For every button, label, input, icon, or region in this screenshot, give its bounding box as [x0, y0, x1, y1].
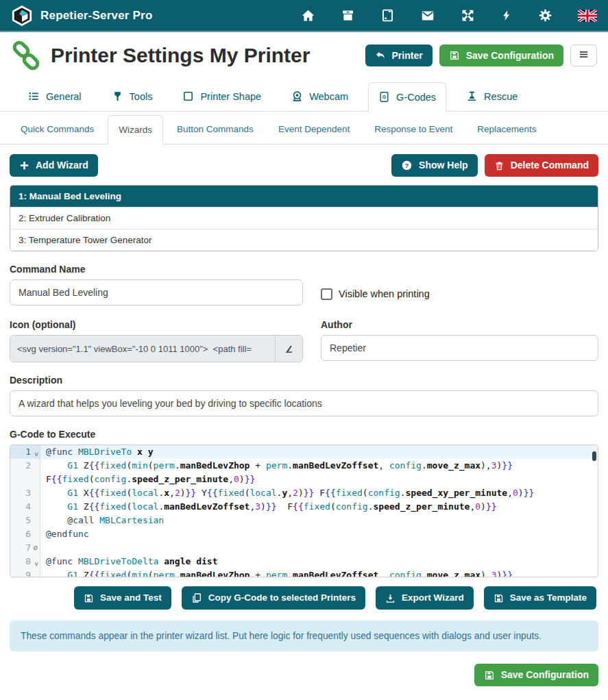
tab-label: Tools — [130, 91, 153, 102]
command-name-label: Command Name — [10, 264, 303, 275]
button-label: Export Wizard — [402, 592, 464, 603]
description-input[interactable] — [10, 390, 598, 416]
footer: Save Configuration — [10, 664, 598, 686]
top-navbar: Repetier-Server Pro — [0, 0, 608, 32]
tab-tools[interactable]: Tools — [101, 82, 163, 111]
editor-row: 9 G1 Z{{fixed(min(perm.manBedLevZhop + p… — [10, 568, 598, 577]
editor-row: F{{fixed(config.speed_z_per_minute,0)}} — [10, 473, 598, 486]
copy-g-code-to-selected-printers-button[interactable]: Copy G-Code to selected Printers — [182, 586, 365, 610]
brand[interactable]: Repetier-Server Pro — [11, 5, 152, 27]
editor-gutter: 4 — [10, 500, 40, 514]
svg-text:?: ? — [405, 162, 409, 169]
editor-scrollbar-thumb[interactable] — [592, 451, 596, 461]
editor-row: 6@endfunc — [10, 527, 598, 541]
editor-code-line: G1 Z{{fixed(local.manBedLevZoffset,3)}} … — [40, 500, 598, 514]
export-wizard-button[interactable]: Export Wizard — [376, 586, 474, 610]
editor-gutter: 6 — [10, 527, 40, 541]
svg-text:G: G — [382, 95, 387, 100]
visible-when-printing-checkbox[interactable] — [321, 288, 332, 300]
wizard-toolbar: Add Wizard ? Show Help Delete Command — [10, 154, 598, 177]
editor-gutter: 8v — [10, 555, 40, 568]
editor-gutter: 1v — [10, 445, 40, 459]
tab-rescue[interactable]: Rescue — [456, 82, 528, 111]
editor-row: 7ø — [10, 541, 598, 555]
tab-label: G-Codes — [396, 92, 436, 103]
gear-icon[interactable] — [538, 8, 552, 23]
gcode-subtabs: Quick CommandsWizardsButton CommandsEven… — [0, 114, 608, 145]
printer-button[interactable]: Printer — [365, 45, 433, 67]
webcam-icon — [291, 90, 303, 102]
wizard-action-buttons: Save and TestCopy G-Code to selected Pri… — [12, 586, 596, 610]
editor-gutter — [10, 473, 40, 486]
gcode-label: G-Code to Execute — [10, 429, 598, 440]
button-label: Save and Test — [100, 592, 162, 603]
wizard-list-item[interactable]: 2: Extruder Calibration — [10, 207, 598, 229]
bolt-icon[interactable] — [500, 8, 513, 23]
icon-input-group — [10, 335, 303, 362]
floppy-icon — [484, 670, 495, 681]
editor-row: 8v@func MBLDriveToDelta angle dist — [10, 555, 598, 568]
wizard-list-item[interactable]: 1: Manual Bed Leveling — [10, 186, 598, 207]
archive-box-icon[interactable] — [341, 8, 355, 23]
tab-g-codes[interactable]: GG-Codes — [368, 82, 446, 112]
editor-row: 2 G1 Z{{fixed(min(perm.manBedLevZhop + p… — [10, 459, 598, 473]
save-as-template-button[interactable]: Save as Template — [484, 586, 596, 610]
description-label: Description — [10, 375, 598, 386]
tablet-icon[interactable] — [380, 8, 395, 23]
editor-gutter: 9 — [10, 568, 40, 577]
editor-code-line: F{{fixed(config.speed_z_per_minute,0)}} — [40, 473, 598, 486]
edit-icon-button[interactable] — [275, 336, 302, 362]
add-wizard-button[interactable]: Add Wizard — [10, 154, 98, 177]
page-header: Printer Settings My Printer Printer Save… — [0, 32, 608, 76]
editor-code-line: @call MBLCartesian — [40, 514, 598, 527]
plus-icon — [19, 160, 29, 171]
subtab-event-dependent[interactable]: Event Dependent — [267, 114, 361, 144]
question-circle-icon: ? — [401, 160, 413, 171]
tab-label: Printer Shape — [200, 91, 261, 102]
tab-webcam[interactable]: Webcam — [281, 82, 358, 111]
tab-general[interactable]: General — [18, 82, 92, 111]
gcode-file-icon: G — [378, 91, 390, 103]
save-and-test-button[interactable]: Save and Test — [74, 586, 171, 610]
icon-input[interactable] — [10, 336, 275, 362]
home-icon[interactable] — [301, 8, 315, 23]
pencil-ruler-icon — [284, 343, 295, 354]
expand-arrows-icon[interactable] — [461, 8, 475, 23]
editor-gutter: 7ø — [10, 541, 40, 555]
tab-printer-shape[interactable]: Printer Shape — [172, 82, 271, 111]
editor-code-line: @func MBLDriveToDelta angle dist — [40, 555, 598, 568]
tab-label: Webcam — [309, 91, 348, 102]
gcode-editor[interactable]: 1v@func MBLDriveTo x y2 G1 Z{{fixed(min(… — [10, 445, 598, 577]
floppy-icon — [449, 50, 460, 61]
delete-command-button[interactable]: Delete Command — [485, 154, 598, 177]
wizard-list-item[interactable]: 3: Temperature Tower Generator — [10, 229, 598, 251]
footer-save-configuration-button[interactable]: Save Configuration — [474, 664, 598, 686]
download-icon — [385, 593, 396, 603]
reply-arrow-icon — [375, 50, 386, 61]
info-alert: These commands appear in the printer wiz… — [10, 621, 598, 651]
editor-gutter: 5 — [10, 514, 40, 527]
show-help-button[interactable]: ? Show Help — [391, 154, 478, 177]
author-input[interactable] — [321, 335, 598, 361]
editor-code-line: @endfunc — [40, 527, 598, 541]
subtab-wizards[interactable]: Wizards — [108, 115, 163, 145]
subtab-replacements[interactable]: Replacements — [466, 114, 547, 144]
language-flag-uk-icon[interactable] — [578, 10, 597, 22]
author-label: Author — [321, 319, 598, 330]
square-icon — [182, 90, 194, 102]
editor-code-line — [40, 541, 598, 555]
command-name-input[interactable] — [10, 279, 303, 305]
page-title: Printer Settings My Printer — [51, 44, 310, 67]
envelope-icon[interactable] — [420, 8, 435, 23]
subtab-response-to-event[interactable]: Response to Event — [363, 114, 463, 144]
editor-row: 3 G1 X{{fixed(local.x,2)}} Y{{fixed(loca… — [10, 486, 598, 500]
settings-tabs: GeneralToolsPrinter ShapeWebcamGG-CodesR… — [0, 80, 608, 112]
subtab-button-commands[interactable]: Button Commands — [166, 114, 265, 144]
empty-line-marker: ø — [33, 541, 38, 555]
chain-link-icon — [11, 40, 41, 71]
save-configuration-button[interactable]: Save Configuration — [439, 45, 563, 67]
subtab-quick-commands[interactable]: Quick Commands — [10, 114, 105, 144]
extruder-icon — [112, 90, 123, 102]
menu-button[interactable] — [570, 45, 597, 66]
trash-icon — [494, 160, 504, 171]
